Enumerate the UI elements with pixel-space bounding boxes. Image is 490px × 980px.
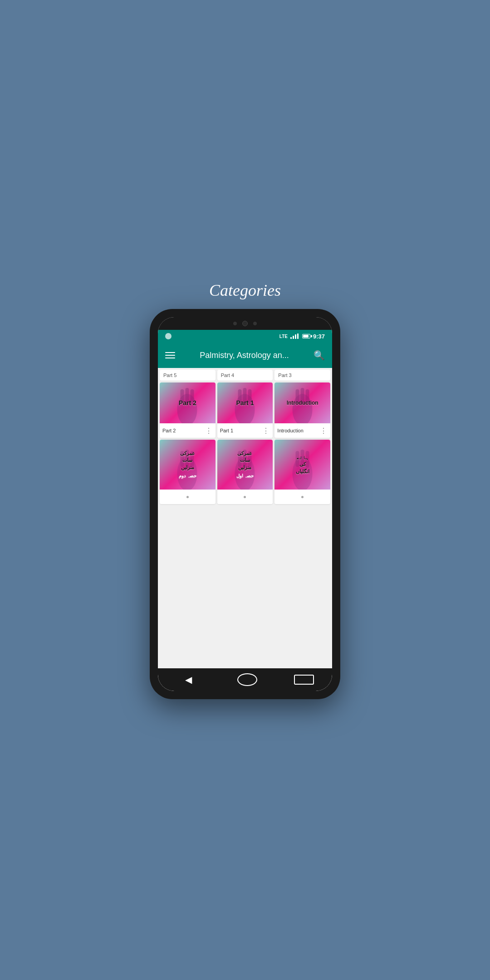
home-button[interactable] [237, 673, 257, 686]
card-urdu-1-thumbnail: عمرکیساتمنزلیں حصہ دوم [160, 440, 216, 490]
dot-urdu-2 [244, 496, 246, 498]
card-part2-bottom: Part 2 ⋮ [160, 423, 216, 438]
card-urdu-2-thumbnail: عمرکیساتمنزلیں حصہ اول [217, 440, 273, 490]
phone-frame: LTE 9:37 Palmistry, Astrology a [150, 309, 340, 699]
app-bar: Palmistry, Astrology an... 🔍 [158, 343, 332, 368]
camera-dot-1 [233, 322, 237, 325]
battery-icon [302, 334, 310, 338]
card-part1-overlay: Part 1 [236, 399, 254, 407]
signal-bars [290, 333, 299, 339]
signal-bar-1 [290, 337, 292, 339]
card-introduction-overlay: Introduction [287, 400, 318, 406]
card-part2-label: Part 2 [162, 428, 204, 433]
card-urdu-1-overlay: عمرکیساتمنزلیں حصہ دوم [179, 450, 196, 479]
menu-line-3 [165, 358, 175, 358]
signal-bar-3 [295, 334, 296, 339]
menu-line-1 [165, 352, 175, 353]
phone-top-bar [158, 317, 332, 330]
phone-screen: LTE 9:37 Palmistry, Astrology a [158, 317, 332, 691]
card-part1-menu[interactable]: ⋮ [261, 426, 270, 435]
partial-row: Part 5 Part 4 Part 3 [160, 370, 330, 381]
partial-card-part4[interactable]: Part 4 [217, 370, 273, 381]
card-urdu-2[interactable]: عمرکیساتمنزلیں حصہ اول [217, 440, 273, 504]
card-urdu-2-overlay: عمرکیساتمنزلیں حصہ اول [236, 450, 254, 479]
card-part2-overlay: Part 2 [179, 399, 196, 407]
card-introduction-menu[interactable]: ⋮ [319, 426, 328, 435]
card-introduction-label: Introduction [277, 428, 319, 433]
status-right: LTE 9:37 [279, 333, 325, 340]
card-part2[interactable]: Part 2 Part 2 ⋮ [160, 382, 216, 438]
card-part2-thumbnail: Part 2 [160, 382, 216, 423]
card-urdu-3-bottom [274, 490, 330, 504]
card-urdu-1[interactable]: عمرکیساتمنزلیں حصہ دوم [160, 440, 216, 504]
card-part2-menu[interactable]: ⋮ [204, 426, 213, 435]
partial-label-part5: Part 5 [163, 372, 176, 378]
card-urdu-3[interactable]: ہاتھکیانگلیاں [274, 440, 330, 504]
card-introduction-thumbnail: Introduction [274, 382, 330, 423]
bottom-nav: ◀ [158, 668, 332, 691]
card-part1-bottom: Part 1 ⋮ [217, 423, 273, 438]
search-icon[interactable]: 🔍 [314, 350, 325, 361]
card-urdu-3-overlay: ہاتھکیانگلیاں [296, 454, 309, 475]
card-introduction[interactable]: Introduction Introduction ⋮ [274, 382, 330, 438]
time-display: 9:37 [313, 333, 325, 340]
card-urdu-3-thumbnail: ہاتھکیانگلیاں [274, 440, 330, 490]
dot-urdu-1 [186, 496, 189, 498]
partial-card-part3[interactable]: Part 3 [274, 370, 330, 381]
dot-urdu-3 [301, 496, 304, 498]
grid-row-1: Part 2 Part 2 ⋮ [160, 382, 330, 438]
partial-label-part3: Part 3 [278, 372, 291, 378]
card-urdu-1-bottom [160, 490, 216, 504]
card-introduction-bottom: Introduction ⋮ [274, 423, 330, 438]
card-part1[interactable]: Part 1 Part 1 ⋮ [217, 382, 273, 438]
status-left [165, 333, 172, 339]
content-area[interactable]: Part 5 Part 4 Part 3 [158, 368, 332, 668]
signal-bar-2 [293, 336, 294, 339]
camera-dot-2 [253, 322, 257, 325]
battery-fill [303, 335, 309, 338]
partial-card-part5[interactable]: Part 5 [160, 370, 216, 381]
card-part1-thumbnail: Part 1 [217, 382, 273, 423]
status-bar: LTE 9:37 [158, 330, 332, 343]
lte-indicator: LTE [279, 334, 288, 339]
menu-line-2 [165, 355, 175, 356]
signal-bar-4 [297, 333, 299, 339]
partial-label-part4: Part 4 [221, 372, 234, 378]
card-urdu-2-bottom [217, 490, 273, 504]
menu-button[interactable] [165, 352, 175, 358]
status-icon [165, 333, 172, 339]
recents-button[interactable] [294, 675, 314, 685]
card-part1-label: Part 1 [220, 428, 262, 433]
page-title: Categories [209, 281, 281, 300]
app-title: Palmistry, Astrology an... [181, 351, 308, 360]
camera-main [242, 321, 248, 326]
back-button[interactable]: ◀ [176, 671, 201, 689]
grid-row-2: عمرکیساتمنزلیں حصہ دوم [160, 440, 330, 504]
